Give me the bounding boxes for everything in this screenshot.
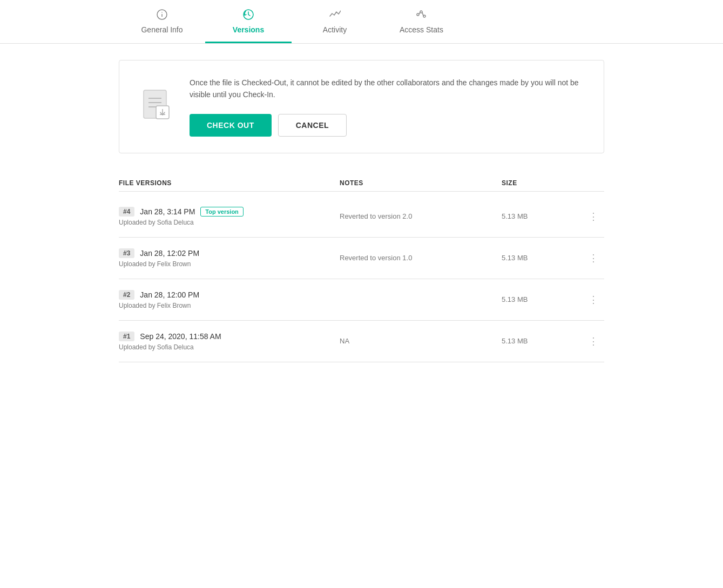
col-file-versions: FILE VERSIONS bbox=[119, 179, 340, 187]
info-icon bbox=[156, 9, 168, 22]
tab-activity[interactable]: Activity bbox=[292, 0, 378, 43]
tabs-bar: General Info Versions Activity bbox=[0, 0, 723, 44]
svg-line-8 bbox=[422, 12, 423, 16]
version-menu-2[interactable]: ⋮ bbox=[583, 252, 604, 264]
checkout-actions: CHECK OUT CANCEL bbox=[190, 114, 582, 137]
top-version-badge-1: Top version bbox=[200, 207, 244, 217]
version-title-3: #2 Jan 28, 12:00 PM bbox=[119, 290, 340, 300]
checkout-panel: Once the file is Checked-Out, it cannot … bbox=[119, 60, 604, 153]
version-date-3: Jan 28, 12:00 PM bbox=[140, 290, 199, 299]
col-notes: NOTES bbox=[340, 179, 502, 187]
version-date-1: Jan 28, 3:14 PM bbox=[140, 207, 195, 216]
version-info-1: #4 Jan 28, 3:14 PM Top version Uploaded … bbox=[119, 207, 340, 226]
tab-general-info[interactable]: General Info bbox=[119, 0, 205, 43]
versions-icon bbox=[242, 9, 254, 22]
version-info-2: #3 Jan 28, 12:02 PM Uploaded by Felix Br… bbox=[119, 248, 340, 268]
version-info-3: #2 Jan 28, 12:00 PM Uploaded by Felix Br… bbox=[119, 290, 340, 309]
version-notes-2: Reverted to version 1.0 bbox=[340, 254, 502, 262]
version-num-4: #1 bbox=[119, 332, 134, 341]
version-menu-1[interactable]: ⋮ bbox=[583, 211, 604, 222]
access-stats-icon bbox=[415, 9, 427, 22]
version-notes-4: NA bbox=[340, 337, 502, 345]
table-row: #1 Sep 24, 2020, 11:58 AM Uploaded by So… bbox=[119, 321, 604, 362]
checkout-file-icon bbox=[141, 87, 173, 125]
version-info-4: #1 Sep 24, 2020, 11:58 AM Uploaded by So… bbox=[119, 332, 340, 351]
version-num-1: #4 bbox=[119, 207, 134, 217]
version-title-2: #3 Jan 28, 12:02 PM bbox=[119, 248, 340, 258]
tab-general-info-label: General Info bbox=[141, 25, 183, 34]
svg-point-2 bbox=[161, 12, 163, 13]
version-uploader-2: Uploaded by Felix Brown bbox=[119, 260, 340, 268]
versions-table: FILE VERSIONS NOTES SIZE #4 Jan 28, 3:14… bbox=[119, 175, 604, 362]
col-actions bbox=[583, 179, 604, 187]
tab-access-stats-label: Access Stats bbox=[400, 25, 443, 34]
version-menu-4[interactable]: ⋮ bbox=[583, 335, 604, 347]
version-date-4: Sep 24, 2020, 11:58 AM bbox=[140, 332, 221, 341]
version-num-3: #2 bbox=[119, 290, 134, 300]
version-title-1: #4 Jan 28, 3:14 PM Top version bbox=[119, 207, 340, 217]
version-uploader-1: Uploaded by Sofia Deluca bbox=[119, 219, 340, 226]
version-num-2: #3 bbox=[119, 248, 134, 258]
col-size: SIZE bbox=[502, 179, 583, 187]
version-size-4: 5.13 MB bbox=[502, 337, 583, 345]
checkout-content: Once the file is Checked-Out, it cannot … bbox=[190, 77, 582, 137]
main-content: Once the file is Checked-Out, it cannot … bbox=[0, 44, 723, 379]
version-size-3: 5.13 MB bbox=[502, 295, 583, 303]
version-title-4: #1 Sep 24, 2020, 11:58 AM bbox=[119, 332, 340, 341]
checkout-button[interactable]: CHECK OUT bbox=[190, 114, 272, 137]
tab-versions[interactable]: Versions bbox=[205, 0, 292, 43]
version-notes-1: Reverted to version 2.0 bbox=[340, 212, 502, 220]
tab-access-stats[interactable]: Access Stats bbox=[378, 0, 465, 43]
version-date-2: Jan 28, 12:02 PM bbox=[140, 249, 199, 258]
version-size-2: 5.13 MB bbox=[502, 254, 583, 262]
table-row: #2 Jan 28, 12:00 PM Uploaded by Felix Br… bbox=[119, 279, 604, 321]
version-uploader-3: Uploaded by Felix Brown bbox=[119, 302, 340, 309]
version-uploader-4: Uploaded by Sofia Deluca bbox=[119, 343, 340, 351]
tab-activity-label: Activity bbox=[323, 25, 347, 34]
cancel-button[interactable]: CANCEL bbox=[278, 114, 347, 137]
table-row: #3 Jan 28, 12:02 PM Uploaded by Felix Br… bbox=[119, 238, 604, 279]
svg-line-7 bbox=[419, 12, 420, 14]
versions-table-header: FILE VERSIONS NOTES SIZE bbox=[119, 175, 604, 192]
version-menu-3[interactable]: ⋮ bbox=[583, 294, 604, 306]
version-size-1: 5.13 MB bbox=[502, 212, 583, 220]
checkout-message: Once the file is Checked-Out, it cannot … bbox=[190, 77, 582, 101]
table-row: #4 Jan 28, 3:14 PM Top version Uploaded … bbox=[119, 196, 604, 238]
activity-icon bbox=[329, 9, 341, 22]
tab-versions-label: Versions bbox=[233, 25, 264, 34]
